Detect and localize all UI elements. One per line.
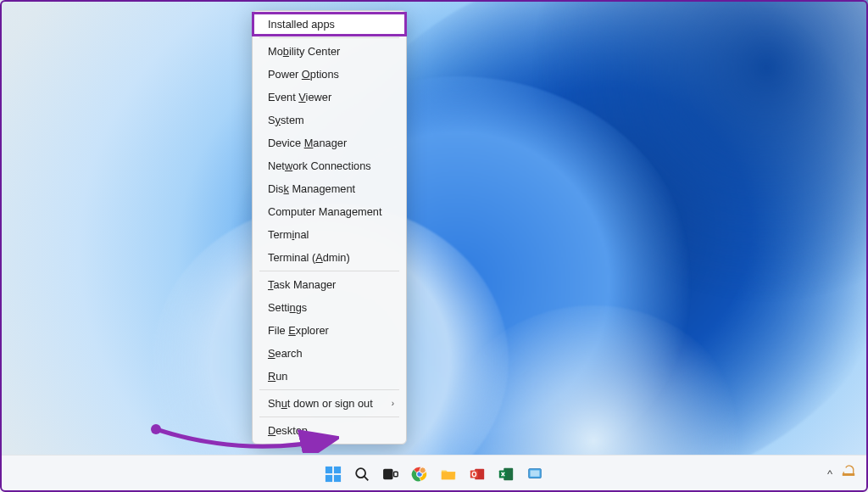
svg-line-6 xyxy=(364,476,369,480)
menu-item-label: Device Manager xyxy=(268,137,347,149)
menu-item[interactable]: System xyxy=(253,109,406,131)
menu-item-label: Run xyxy=(268,370,287,383)
svg-rect-8 xyxy=(394,472,398,476)
menu-item-label: Shut down or sign out xyxy=(268,397,373,410)
menu-item-label: File Explorer xyxy=(268,324,329,337)
menu-item[interactable]: Network Connections xyxy=(253,154,406,177)
svg-rect-1 xyxy=(326,466,332,472)
menu-item-label: Mobility Center xyxy=(268,45,340,58)
taskbar-center xyxy=(322,463,546,485)
desktop-app-icon[interactable] xyxy=(524,463,546,485)
svg-rect-19 xyxy=(531,470,540,476)
folder-icon[interactable] xyxy=(437,463,459,485)
outlook-icon[interactable] xyxy=(466,463,488,485)
menu-item[interactable]: Desktop xyxy=(253,419,406,442)
system-tray: ^ xyxy=(827,465,856,483)
menu-item[interactable]: Event Viewer xyxy=(253,86,406,109)
menu-item-label: Installed apps xyxy=(268,18,335,31)
taskview-icon[interactable] xyxy=(380,463,402,485)
menu-item[interactable]: Power Options xyxy=(253,63,406,86)
menu-separator xyxy=(259,389,399,390)
menu-item[interactable]: Device Manager xyxy=(253,131,406,154)
menu-item[interactable]: File Explorer xyxy=(253,319,406,342)
chevron-right-icon: › xyxy=(392,399,394,408)
svg-rect-4 xyxy=(334,474,341,481)
menu-item-label: Computer Management xyxy=(268,205,381,218)
svg-rect-7 xyxy=(384,469,392,478)
menu-item-label: Settings xyxy=(268,301,307,314)
winx-context-menu: Installed appsMobility CenterPower Optio… xyxy=(252,10,407,444)
menu-item-label: Desktop xyxy=(268,424,308,437)
menu-item-label: Task Manager xyxy=(268,278,336,291)
menu-item-label: Terminal xyxy=(268,228,309,241)
excel-icon[interactable] xyxy=(495,463,517,485)
menu-item-label: System xyxy=(268,114,304,126)
menu-item[interactable]: Computer Management xyxy=(253,200,406,223)
menu-item-label: Terminal (Admin) xyxy=(268,251,350,264)
svg-rect-3 xyxy=(326,474,332,481)
chrome-icon[interactable] xyxy=(409,463,431,485)
tray-overflow-icon[interactable]: ^ xyxy=(827,467,832,480)
start-icon[interactable] xyxy=(322,463,344,485)
menu-item[interactable]: Terminal xyxy=(253,223,406,246)
menu-item[interactable]: Task Manager xyxy=(253,273,406,296)
menu-separator xyxy=(259,271,399,271)
menu-item-label: Power Options xyxy=(268,68,339,81)
notification-icon[interactable] xyxy=(841,465,856,483)
menu-item[interactable]: Terminal (Admin) xyxy=(253,246,406,269)
taskbar: ^ xyxy=(0,455,868,492)
menu-item[interactable]: Shut down or sign out› xyxy=(253,392,406,415)
menu-item-label: Network Connections xyxy=(268,159,371,172)
menu-item[interactable]: Settings xyxy=(253,296,406,319)
menu-separator xyxy=(259,417,399,417)
svg-rect-2 xyxy=(334,466,341,472)
svg-point-0 xyxy=(151,424,161,434)
menu-item[interactable]: Mobility Center xyxy=(253,40,406,63)
menu-separator xyxy=(259,37,399,38)
menu-item[interactable]: Disk Management xyxy=(253,177,406,200)
svg-point-5 xyxy=(356,468,365,478)
svg-rect-20 xyxy=(843,474,854,476)
search-icon[interactable] xyxy=(351,463,373,485)
desktop-wallpaper[interactable]: Installed appsMobility CenterPower Optio… xyxy=(0,0,868,455)
svg-point-12 xyxy=(420,467,426,472)
menu-item-label: Event Viewer xyxy=(268,91,331,103)
menu-item[interactable]: Search xyxy=(253,342,406,365)
menu-item-label: Disk Management xyxy=(268,182,355,195)
menu-item[interactable]: Installed apps xyxy=(253,13,406,36)
menu-item[interactable]: Run xyxy=(253,365,406,388)
menu-item-label: Search xyxy=(268,347,303,360)
